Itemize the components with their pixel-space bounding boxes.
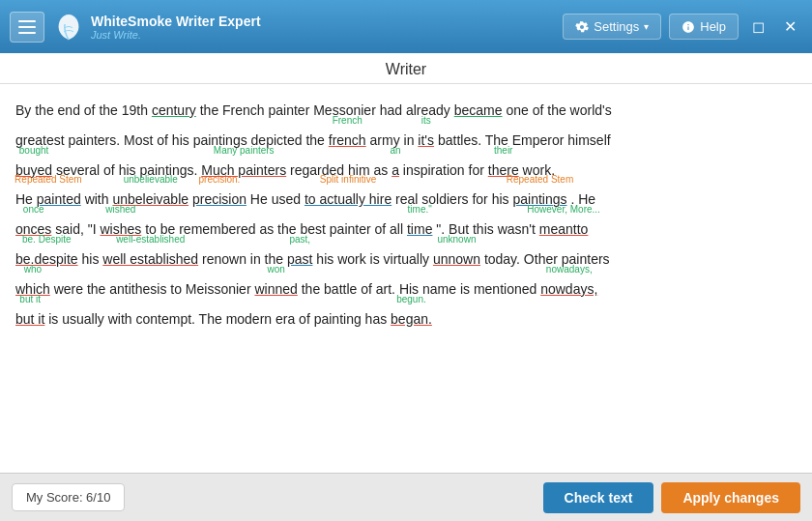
titlebar: WhiteSmoke Writer Expert Just Write. Set… bbox=[0, 0, 812, 53]
hamburger-button[interactable] bbox=[10, 12, 44, 43]
annotated-meantto: However, More... meantto bbox=[539, 215, 589, 245]
word-but-it: but it bbox=[15, 311, 44, 327]
titlebar-right: Settings ▾ Help ◻ ✕ bbox=[563, 14, 802, 40]
logo-icon bbox=[54, 13, 83, 42]
text-static: He used bbox=[250, 191, 304, 207]
annotated-unknown: unknown unnown bbox=[433, 245, 480, 275]
hamburger-line-1 bbox=[18, 20, 36, 22]
text-static: army in bbox=[370, 132, 419, 148]
word-be-despite: be.despite bbox=[15, 251, 78, 267]
help-label: Help bbox=[700, 19, 726, 34]
word-became: became bbox=[454, 102, 503, 118]
annotated-nowadays: nowadays, nowdays, bbox=[540, 275, 597, 304]
word-buyed: buyed bbox=[15, 162, 52, 178]
word-a: a bbox=[392, 162, 399, 178]
text-static: regarded him as bbox=[290, 162, 392, 178]
text-static: By the end of the 19th bbox=[15, 102, 152, 118]
word-onces: onces bbox=[15, 221, 51, 237]
text-static: several of his paintings. bbox=[56, 162, 201, 178]
word-precision: precision bbox=[192, 191, 246, 207]
check-text-button[interactable]: Check text bbox=[543, 482, 654, 513]
text-static: said, "I bbox=[55, 221, 100, 237]
text-editor[interactable]: By the end of the 19th century the Frenc… bbox=[0, 84, 812, 473]
close-button[interactable]: ✕ bbox=[778, 14, 802, 40]
restore-button[interactable]: ◻ bbox=[746, 14, 770, 40]
annotated-precision: precision. precision bbox=[192, 185, 246, 215]
text-static: his work is virtually bbox=[316, 251, 433, 267]
annotated-well-established: well-established well established bbox=[102, 245, 198, 275]
text-static: today. Other painters bbox=[484, 251, 610, 267]
text-static: battles. The Emperor himself bbox=[438, 132, 611, 148]
text-static: is usually with contempt. The modern era… bbox=[48, 311, 391, 327]
word-paintings: paintings bbox=[512, 191, 566, 207]
word-french: french bbox=[329, 132, 366, 148]
annotated-unbelievable: unbelievable unbeleivable bbox=[112, 185, 188, 215]
annotated-french: French french bbox=[329, 126, 366, 156]
word-much-painters: Much painters bbox=[201, 162, 286, 178]
writer-title: Writer bbox=[0, 53, 812, 84]
text-static: his bbox=[82, 251, 103, 267]
text-static: ". But this wasn't bbox=[436, 221, 538, 237]
word-unbeleivable: unbeleivable bbox=[112, 191, 188, 207]
word-meantto: meantto bbox=[539, 221, 589, 237]
logo-area: WhiteSmoke Writer Expert Just Write. bbox=[54, 13, 261, 42]
text-static: the battle of art. His name is mentioned bbox=[302, 281, 540, 297]
annotated-be-despite: be. Despite be.despite bbox=[15, 245, 78, 275]
settings-dropdown-icon: ▾ bbox=[644, 21, 649, 32]
score-badge: My Score: 6/10 bbox=[12, 483, 125, 511]
text-static: . He bbox=[570, 191, 595, 207]
word-past: past bbox=[287, 251, 312, 267]
hamburger-line-3 bbox=[18, 32, 36, 34]
text-static: with bbox=[85, 191, 113, 207]
annotated-many-painters: Many painters Much painters bbox=[201, 156, 286, 186]
apply-changes-button[interactable]: Apply changes bbox=[661, 482, 800, 513]
annotated-but-it: but it but it bbox=[15, 304, 44, 334]
annotated-their: their there bbox=[488, 156, 519, 186]
text-paragraph: By the end of the 19th century the Frenc… bbox=[15, 96, 797, 333]
word-there: there bbox=[488, 162, 519, 178]
settings-button[interactable]: Settings ▾ bbox=[563, 14, 661, 40]
text-static: greatest painters. Most of his paintings… bbox=[15, 132, 329, 148]
text-static: inspiration for bbox=[403, 162, 488, 178]
main-content: Writer By the end of the 19th century th… bbox=[0, 53, 812, 521]
annotated-wished: wished wishes bbox=[100, 215, 141, 245]
text-static: renown in the bbox=[202, 251, 287, 267]
word-its: it's bbox=[418, 132, 434, 148]
word-well-established: well established bbox=[102, 251, 198, 267]
text-static: real soldiers for his bbox=[395, 191, 512, 207]
annotated-past: past, past bbox=[287, 245, 312, 275]
annotated-bought: bought buyed bbox=[15, 156, 52, 186]
annotated-repeated-stem-2: Repeated Stem paintings bbox=[512, 185, 566, 215]
text-static: work. bbox=[523, 162, 555, 178]
word-winned: winned bbox=[254, 281, 297, 297]
logo-text: WhiteSmoke Writer Expert Just Write. bbox=[91, 14, 261, 41]
help-button[interactable]: Help bbox=[669, 14, 739, 40]
app-title: WhiteSmoke Writer Expert bbox=[91, 14, 261, 29]
annotated-begun: begun. began. bbox=[391, 304, 432, 334]
annotated-its: its it's bbox=[418, 126, 434, 156]
annotated-an: an a bbox=[392, 156, 399, 186]
app-subtitle: Just Write. bbox=[91, 29, 261, 41]
word-time: time bbox=[407, 221, 432, 237]
text-static: to be remembered as the best painter of … bbox=[145, 221, 407, 237]
text-static: the French painter Messonier had already bbox=[196, 102, 454, 118]
bottom-bar: My Score: 6/10 Check text Apply changes bbox=[0, 473, 812, 521]
text-static: one of the world's bbox=[503, 102, 612, 118]
word-wishes: wishes bbox=[100, 221, 141, 237]
annotated-split-inf: Split infinitive to actually hire bbox=[304, 185, 392, 215]
text-static: were the antithesis to Meissonier bbox=[54, 281, 255, 297]
gear-icon bbox=[575, 20, 589, 34]
hamburger-line-2 bbox=[18, 26, 36, 28]
word-century: century bbox=[152, 102, 196, 118]
titlebar-left: WhiteSmoke Writer Expert Just Write. bbox=[10, 12, 261, 43]
annotated-who: who which bbox=[15, 275, 50, 304]
text-static: He bbox=[15, 191, 37, 207]
settings-label: Settings bbox=[594, 19, 639, 34]
word-unnown: unnown bbox=[433, 251, 480, 267]
annotated-time: time." time bbox=[407, 215, 432, 245]
annotated-once: once onces bbox=[15, 215, 51, 245]
annotated-won: won winned bbox=[254, 275, 297, 304]
annotated-repeated-stem: Repeated Stem He painted bbox=[15, 185, 81, 215]
info-icon bbox=[682, 20, 695, 34]
bottom-buttons: Check text Apply changes bbox=[543, 482, 800, 513]
